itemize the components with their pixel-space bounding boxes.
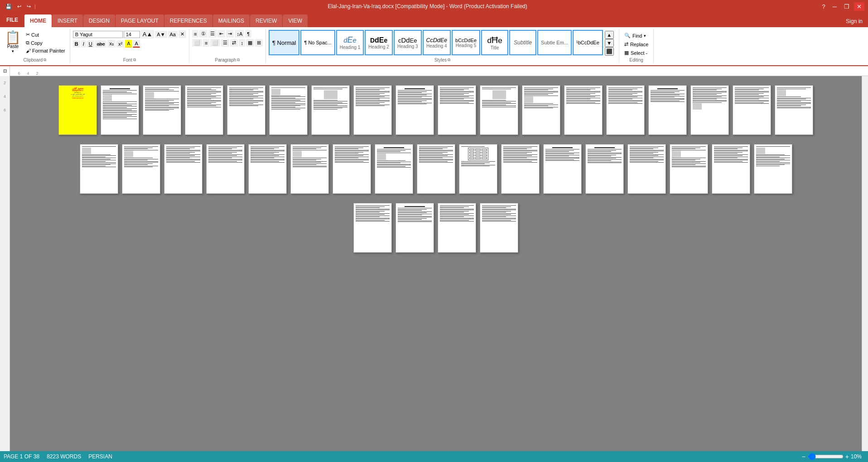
doc-page-38[interactable] xyxy=(438,203,476,253)
font-case-button[interactable]: Aa xyxy=(168,31,178,38)
undo-button[interactable]: ↩ xyxy=(15,3,23,10)
styles-more[interactable]: ⬛ xyxy=(605,47,614,56)
sign-in-button[interactable]: Sign in xyxy=(840,15,868,27)
font-size-input[interactable] xyxy=(124,31,140,38)
font-name-input[interactable] xyxy=(73,31,123,38)
format-painter-button[interactable]: 🖌 Format Painter xyxy=(24,47,67,54)
doc-page-7[interactable] xyxy=(311,85,350,135)
clipboard-expander[interactable]: ⧉ xyxy=(43,58,46,63)
copy-button[interactable]: ⧉ Copy xyxy=(24,39,67,47)
justify-button[interactable]: ☰ xyxy=(221,39,229,47)
doc-page-37[interactable] xyxy=(395,203,434,253)
cut-button[interactable]: ✂ Cut xyxy=(24,31,67,38)
restore-button[interactable]: ❐ xyxy=(841,2,852,11)
doc-page-31[interactable] xyxy=(585,144,624,194)
numbering-button[interactable]: ① xyxy=(199,30,207,38)
style-heading3[interactable]: cDdEe Heading 3 xyxy=(394,30,422,55)
font-color-button[interactable]: A xyxy=(133,40,140,48)
doc-page-15[interactable] xyxy=(648,85,687,135)
align-left-button[interactable]: ⬜ xyxy=(192,39,202,47)
font-grow-button[interactable]: A▲ xyxy=(141,30,154,38)
doc-page-9[interactable] xyxy=(395,85,434,135)
doc-page-17[interactable] xyxy=(733,85,771,135)
doc-page-26[interactable] xyxy=(375,144,413,194)
font-expander[interactable]: ⧉ xyxy=(133,58,136,63)
style-normal[interactable]: ¶ Normal xyxy=(269,30,300,55)
bullets-button[interactable]: ≡ xyxy=(192,30,198,38)
style-heading2[interactable]: DdEe Heading 2 xyxy=(365,30,393,55)
style-heading5[interactable]: bCcDdEe Heading 5 xyxy=(452,30,480,55)
tab-home[interactable]: HOME xyxy=(24,14,52,27)
zoom-slider[interactable] xyxy=(807,453,844,460)
paste-button[interactable]: 📋 Paste ▾ xyxy=(3,30,23,55)
tab-mailings[interactable]: MAILINGS xyxy=(213,14,250,27)
doc-page-27[interactable] xyxy=(417,144,455,194)
styles-scroll-up[interactable]: ▲ xyxy=(605,31,614,39)
style-subtle-emphasis[interactable]: Subtle Em... xyxy=(537,30,572,55)
doc-page-18[interactable] xyxy=(775,85,813,135)
decrease-indent-button[interactable]: ⇤ xyxy=(217,30,225,38)
doc-page-10[interactable] xyxy=(438,85,476,135)
document-area[interactable]: تحقیق آنلاین tahghighonline.ir مرجع دانل… xyxy=(10,76,862,451)
styles-expander[interactable]: ⧉ xyxy=(448,58,450,63)
doc-page-6[interactable] xyxy=(269,85,308,135)
align-center-button[interactable]: ≡ xyxy=(203,39,209,47)
save-button[interactable]: 💾 xyxy=(4,3,14,10)
style-heading1[interactable]: dEe Heading 1 xyxy=(336,30,364,55)
doc-page-12[interactable] xyxy=(522,85,560,135)
doc-page-29[interactable] xyxy=(501,144,540,194)
doc-page-34[interactable] xyxy=(712,144,750,194)
border-button[interactable]: ⊞ xyxy=(255,39,263,47)
quick-access-toolbar[interactable]: 💾 ↩ ↪ | xyxy=(4,3,36,10)
underline-button[interactable]: U xyxy=(87,40,94,48)
redo-button[interactable]: ↪ xyxy=(25,3,33,10)
tab-page-layout[interactable]: PAGE LAYOUT xyxy=(116,14,164,27)
doc-page-24[interactable] xyxy=(290,144,329,194)
pilcrow-button[interactable]: ¶ xyxy=(245,30,251,38)
styles-scroll-down[interactable]: ▼ xyxy=(605,39,614,47)
doc-page-21[interactable] xyxy=(164,144,203,194)
tab-view[interactable]: VIEW xyxy=(283,14,308,27)
doc-page-2[interactable] xyxy=(101,85,139,135)
shading-button[interactable]: ▦ xyxy=(246,39,254,47)
style-heading4[interactable]: CcDdEe Heading 4 xyxy=(423,30,451,55)
style-extra[interactable]: ¹bCcDdEe xyxy=(573,30,603,55)
style-title[interactable]: dĦe Title xyxy=(481,30,508,55)
style-subtitle[interactable]: Subtitle xyxy=(509,30,536,55)
sort-button[interactable]: ↕A xyxy=(235,30,244,38)
doc-page-32[interactable] xyxy=(627,144,666,194)
doc-page-14[interactable] xyxy=(606,85,645,135)
tab-references[interactable]: REFERENCES xyxy=(164,14,212,27)
help-button[interactable]: ? xyxy=(820,2,828,11)
doc-page-28[interactable] xyxy=(459,144,497,194)
doc-page-33[interactable] xyxy=(670,144,708,194)
doc-page-35[interactable] xyxy=(754,144,792,194)
doc-page-23[interactable] xyxy=(248,144,287,194)
doc-page-20[interactable] xyxy=(122,144,160,194)
text-direction-button[interactable]: ⇄ xyxy=(230,39,238,47)
doc-page-3[interactable] xyxy=(143,85,181,135)
doc-page-36[interactable] xyxy=(353,203,392,253)
tab-review[interactable]: REVIEW xyxy=(250,14,282,27)
multilevel-button[interactable]: ☰ xyxy=(208,30,217,38)
doc-page-39[interactable] xyxy=(480,203,518,253)
vertical-scrollbar[interactable] xyxy=(862,76,868,451)
replace-button[interactable]: ⇄ Replace xyxy=(622,40,651,48)
zoom-out-button[interactable]: − xyxy=(802,453,805,460)
doc-page-13[interactable] xyxy=(564,85,603,135)
strikethrough-button[interactable]: abc xyxy=(95,40,107,48)
doc-page-5[interactable] xyxy=(227,85,265,135)
italic-button[interactable]: I xyxy=(81,40,86,48)
superscript-button[interactable]: x² xyxy=(116,40,124,48)
paste-dropdown-arrow[interactable]: ▾ xyxy=(12,49,14,53)
font-clear-button[interactable]: ✕ xyxy=(178,30,186,38)
minimize-button[interactable]: ─ xyxy=(830,2,839,11)
find-button[interactable]: 🔍 Find ▾ xyxy=(622,32,648,39)
doc-page-16[interactable] xyxy=(690,85,729,135)
tab-design[interactable]: DESIGN xyxy=(83,14,115,27)
doc-page-11[interactable] xyxy=(480,85,518,135)
line-spacing-button[interactable]: ↕ xyxy=(239,39,245,47)
select-button[interactable]: ▦ Select - xyxy=(622,49,650,57)
increase-indent-button[interactable]: ⇥ xyxy=(226,30,234,38)
tab-insert[interactable]: INSERT xyxy=(52,14,83,27)
